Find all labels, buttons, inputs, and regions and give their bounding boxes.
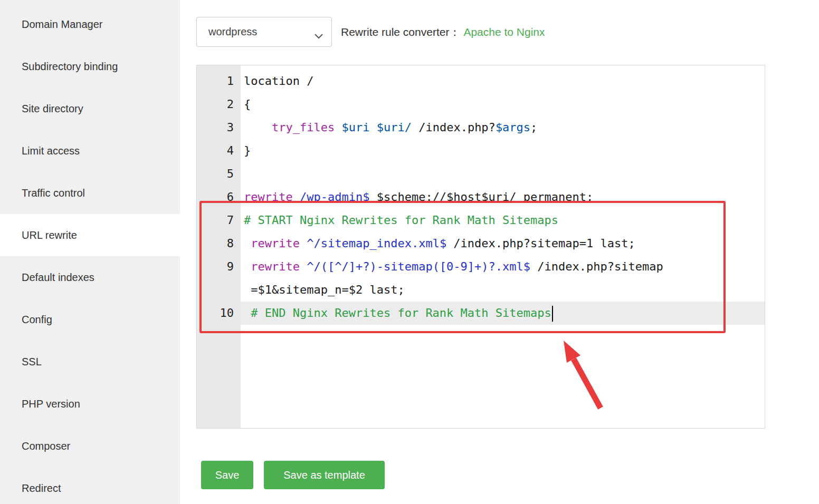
code-row[interactable]: 8 rewrite ^/sitemap_index.xml$ /index.ph… <box>197 232 765 255</box>
converter-label: Rewrite rule converter： <box>341 25 460 40</box>
sidebar-item-subdirectory-binding[interactable]: Subdirectory binding <box>0 45 180 88</box>
rewrite-rule-editor[interactable]: 1location /2{3 try_files $uri $uri/ /ind… <box>196 65 765 429</box>
code-row[interactable]: =$1&sitemap_n=$2 last; <box>197 278 765 302</box>
template-select-value: wordpress <box>208 26 257 38</box>
code-line-text: } <box>241 139 765 162</box>
line-number: 4 <box>197 139 241 162</box>
code-line-text: rewrite /wp-admin$ $scheme://$host$uri/ … <box>241 186 765 209</box>
save-as-template-button[interactable]: Save as template <box>264 461 385 489</box>
sidebar-item-php-version[interactable]: PHP version <box>0 383 180 425</box>
code-row[interactable]: 4} <box>197 139 765 162</box>
line-number: 8 <box>197 232 241 255</box>
code-line-text <box>241 162 765 186</box>
sidebar-item-traffic-control[interactable]: Traffic control <box>0 172 180 214</box>
sidebar-item-site-directory[interactable]: Site directory <box>0 88 180 130</box>
line-number: 9 <box>197 255 241 278</box>
sidebar-item-limit-access[interactable]: Limit access <box>0 130 180 172</box>
line-number: 3 <box>197 116 241 139</box>
code-line-text: rewrite ^/sitemap_index.xml$ /index.php?… <box>241 232 765 255</box>
code-line-text: location / <box>241 70 765 93</box>
code-row[interactable]: 9 rewrite ^/([^/]+?)-sitemap([0-9]+)?.xm… <box>197 255 765 278</box>
code-line-text: # START Nginx Rewrites for Rank Math Sit… <box>241 209 765 232</box>
line-number <box>197 278 241 302</box>
line-number: 2 <box>197 93 241 116</box>
save-button[interactable]: Save <box>201 461 253 489</box>
code-rows: 1location /2{3 try_files $uri $uri/ /ind… <box>197 65 765 325</box>
sidebar-item-redirect[interactable]: Redirect <box>0 467 180 504</box>
line-number: 7 <box>197 209 241 232</box>
sidebar-item-config[interactable]: Config <box>0 298 180 341</box>
line-number: 1 <box>197 70 241 93</box>
line-number: 10 <box>197 302 241 325</box>
sidebar-item-default-indexes[interactable]: Default indexes <box>0 256 180 298</box>
sidebar-item-ssl[interactable]: SSL <box>0 341 180 383</box>
code-row[interactable]: 1location / <box>197 70 765 93</box>
code-row[interactable]: 3 try_files $uri $uri/ /index.php?$args; <box>197 116 765 139</box>
sidebar-item-domain-manager[interactable]: Domain Manager <box>0 3 180 45</box>
text-cursor <box>552 306 553 322</box>
apache-to-nginx-link[interactable]: Apache to Nginx <box>463 26 545 38</box>
line-number: 5 <box>197 162 241 186</box>
code-row[interactable]: 6rewrite /wp-admin$ $scheme://$host$uri/… <box>197 186 765 209</box>
code-line-text: rewrite ^/([^/]+?)-sitemap([0-9]+)?.xml$… <box>241 255 765 278</box>
code-row[interactable]: 5 <box>197 162 765 186</box>
code-row[interactable]: 7# START Nginx Rewrites for Rank Math Si… <box>197 209 765 232</box>
sidebar: Domain ManagerSubdirectory bindingSite d… <box>0 0 180 504</box>
code-line-text: { <box>241 93 765 116</box>
code-row[interactable]: 10 # END Nginx Rewrites for Rank Math Si… <box>197 302 765 325</box>
chevron-down-icon <box>315 30 323 42</box>
converter-row: Rewrite rule converter： Apache to Nginx <box>341 17 545 47</box>
template-select[interactable]: wordpress <box>196 17 332 47</box>
code-line-text: try_files $uri $uri/ /index.php?$args; <box>241 116 765 139</box>
sidebar-item-url-rewrite[interactable]: URL rewrite <box>0 214 180 256</box>
line-number: 6 <box>197 186 241 209</box>
code-row[interactable]: 2{ <box>197 93 765 116</box>
sidebar-item-composer[interactable]: Composer <box>0 425 180 467</box>
code-line-text: =$1&sitemap_n=$2 last; <box>241 278 765 302</box>
code-line-text: # END Nginx Rewrites for Rank Math Sitem… <box>241 302 765 325</box>
